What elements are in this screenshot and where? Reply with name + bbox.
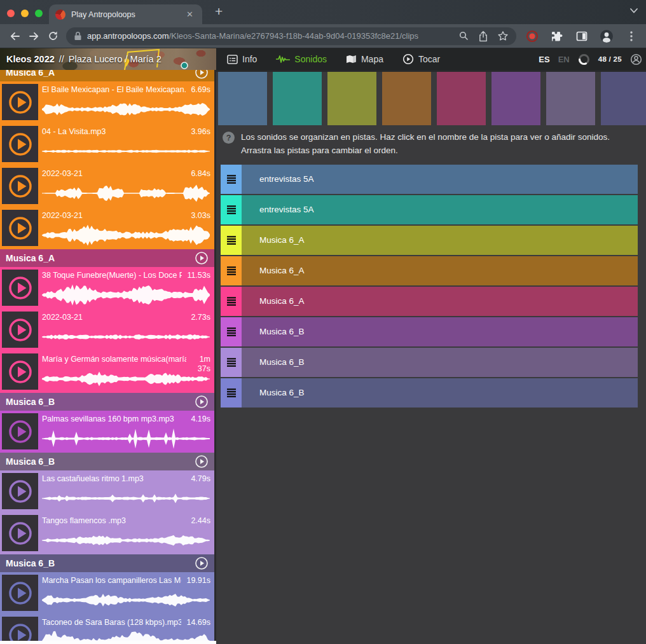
breadcrumb-project[interactable]: Kleos 2022 [6, 54, 55, 64]
side-panel-icon[interactable] [572, 27, 591, 46]
section-expand-icon[interactable] [195, 556, 209, 570]
browser-tab[interactable]: Play Antropoloops ✕ [49, 4, 202, 24]
track-name[interactable]: entrevistas 5A [242, 165, 638, 194]
macos-minimize-button[interactable] [21, 10, 29, 17]
play-button[interactable] [2, 210, 38, 246]
url-bar[interactable]: app.antropoloops.com/Kleos-Santa-Marina/… [66, 27, 516, 45]
profile-icon[interactable] [630, 53, 642, 65]
recorder-extension-icon[interactable] [523, 27, 542, 46]
track-name[interactable]: entrevistas 5A [242, 195, 638, 224]
clip[interactable]: 04 - La Visita.mp33.96s [0, 123, 214, 165]
track-row[interactable]: Musica 6_B [221, 317, 638, 346]
browser-profile-avatar[interactable] [597, 27, 616, 46]
reload-button[interactable] [43, 27, 62, 46]
track-row[interactable]: entrevistas 5A [221, 195, 638, 224]
drag-handle[interactable] [221, 226, 242, 255]
track-section-header[interactable]: Musica 6_A [0, 249, 214, 267]
clip-content: 2022-03-216.84s [42, 169, 210, 206]
drag-handle[interactable] [221, 317, 242, 346]
extensions-puzzle-icon[interactable] [547, 27, 567, 46]
lang-en-button[interactable]: EN [558, 55, 570, 64]
clip[interactable]: María y Germán solamente música(maría 2.… [0, 351, 214, 393]
play-button[interactable] [2, 617, 38, 641]
track-pad[interactable] [491, 72, 540, 125]
bookmark-star-icon[interactable] [497, 31, 509, 41]
macos-zoom-button[interactable] [35, 10, 43, 17]
track-section-header[interactable]: Musica 6_B [0, 453, 214, 470]
track-pad[interactable] [273, 72, 322, 125]
track-row[interactable]: entrevistas 5A [221, 165, 638, 194]
track-pad[interactable] [437, 72, 486, 125]
drag-handle[interactable] [221, 256, 242, 285]
section-expand-icon[interactable] [195, 455, 209, 469]
breadcrumb[interactable]: Kleos 2022 // Plaza Lucero / María 2 [6, 48, 162, 70]
track-name[interactable]: Musica 6_A [242, 256, 638, 285]
track-pad[interactable] [327, 72, 376, 125]
track-row[interactable]: Musica 6_A [221, 256, 638, 285]
nav-item-sonidos[interactable]: Sonidos [276, 54, 327, 64]
help-question-icon[interactable]: ? [223, 132, 235, 144]
window-chevron-icon[interactable] [629, 8, 638, 14]
track-section-header[interactable]: Musica 6_B [0, 554, 214, 572]
track-pad[interactable] [382, 72, 431, 125]
section-expand-icon[interactable] [195, 251, 209, 265]
nav-item-info[interactable]: Info [227, 54, 257, 64]
track-row[interactable]: Musica 6_B [221, 348, 638, 377]
play-button[interactable] [2, 575, 38, 611]
clip[interactable]: 38 Toque Funebre(Muerte) - Los Doce Par.… [0, 267, 214, 309]
track-name[interactable]: Musica 6_B [242, 348, 638, 377]
breadcrumb-page[interactable]: Plaza Lucero / María 2 [69, 54, 162, 64]
browser-menu-kebab-icon[interactable] [622, 27, 641, 46]
track-row[interactable]: Musica 6_B [221, 378, 638, 408]
play-button[interactable] [2, 270, 38, 306]
track-pad[interactable] [218, 72, 267, 125]
nav-item-tocar[interactable]: Tocar [402, 53, 440, 65]
lock-icon[interactable] [74, 31, 82, 41]
drag-handle[interactable] [221, 287, 242, 316]
drag-handle[interactable] [221, 378, 242, 408]
clip[interactable]: 2022-03-212.73s [0, 309, 214, 351]
share-icon[interactable] [478, 31, 488, 42]
clip[interactable]: Las castañuelas ritmo 1.mp34.79s [0, 470, 214, 512]
drag-handle[interactable] [221, 165, 242, 194]
track-section-header[interactable]: Musica 6_A [0, 70, 214, 81]
track-name[interactable]: Musica 6_A [242, 287, 638, 316]
section-expand-icon[interactable] [195, 70, 209, 79]
macos-close-button[interactable] [7, 10, 15, 17]
drag-handle[interactable] [221, 348, 242, 377]
play-button[interactable] [2, 84, 38, 120]
track-pad[interactable] [546, 72, 595, 125]
track-pad[interactable] [601, 72, 646, 125]
map-thumbnail[interactable]: Kleos 2022 // Plaza Lucero / María 2 [0, 48, 216, 70]
section-expand-icon[interactable] [195, 395, 209, 409]
track-section-header[interactable]: Musica 6_B [0, 393, 214, 411]
nav-item-mapa[interactable]: Mapa [346, 54, 383, 64]
clip[interactable]: Tangos flamencos .mp32.44s [0, 512, 214, 554]
back-button[interactable] [5, 27, 24, 46]
track-row[interactable]: Musica 6_A [221, 287, 638, 316]
clip[interactable]: Palmas sevillanas 160 bpm mp3.mp34.19s [0, 411, 214, 453]
drag-bars-icon [226, 205, 237, 215]
new-tab-button[interactable]: + [211, 4, 226, 19]
tab-close-icon[interactable]: ✕ [184, 8, 196, 20]
clip[interactable]: 2022-03-216.84s [0, 165, 214, 207]
play-button[interactable] [2, 312, 38, 348]
drag-handle[interactable] [221, 195, 242, 224]
clip[interactable]: Marcha Pasan los campanilleros Las Mejor… [0, 572, 214, 614]
play-button[interactable] [2, 353, 38, 390]
play-button[interactable] [2, 413, 38, 449]
clip[interactable]: Taconeo de Sara Baras (128 kbps).mp314.6… [0, 614, 214, 641]
forward-button[interactable] [24, 27, 43, 46]
play-button[interactable] [2, 168, 38, 204]
track-name[interactable]: Musica 6_A [242, 226, 638, 255]
play-button[interactable] [2, 473, 38, 509]
track-name[interactable]: Musica 6_B [242, 317, 638, 346]
clip[interactable]: 2022-03-213.03s [0, 207, 214, 249]
track-name[interactable]: Musica 6_B [242, 378, 638, 408]
track-row[interactable]: Musica 6_A [221, 226, 638, 255]
play-button[interactable] [2, 515, 38, 551]
zoom-search-icon[interactable] [458, 31, 469, 41]
clip[interactable]: El Baile Mexicapan - El Baile Mexicapan.… [0, 81, 214, 123]
play-button[interactable] [2, 126, 38, 162]
lang-es-button[interactable]: ES [539, 55, 549, 64]
